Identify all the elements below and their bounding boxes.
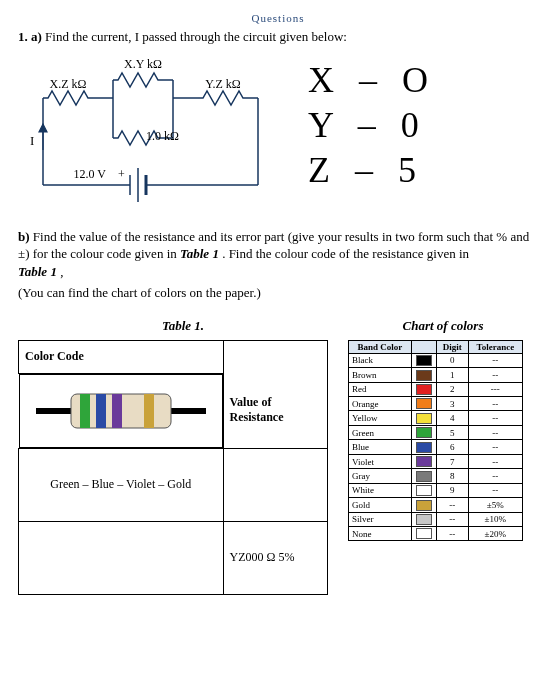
table1-title: Table 1.: [18, 318, 348, 334]
q1b-note: (You can find the chart of colors on the…: [18, 284, 538, 302]
q1b-text2: . Find the colour code of the resistance…: [222, 246, 469, 261]
svg-rect-23: [96, 394, 106, 428]
chart-row: None--±20%: [349, 526, 523, 540]
svg-text:+: +: [118, 167, 125, 181]
hn-5: 5: [398, 150, 424, 190]
i-label: I: [30, 133, 34, 148]
svg-rect-24: [112, 394, 122, 428]
question-1a: 1. a) Find the current, I passed through…: [18, 28, 538, 46]
chart-row: Gray8--: [349, 469, 523, 483]
hn-o1: O: [402, 60, 436, 100]
r-mid-label: 1.0 kΩ: [146, 129, 179, 143]
table1-hdr-value-l1: Value of: [230, 395, 322, 410]
chart-title: Chart of colors: [348, 318, 538, 334]
circuit-diagram: X.Y kΩ X.Z kΩ Y.Z kΩ: [18, 50, 278, 224]
table1-row2-value: YZ000 Ω 5%: [223, 521, 328, 594]
chart-row: Silver--±10%: [349, 512, 523, 526]
chart-h1: Band Color: [349, 340, 412, 353]
hn-o2: 0: [401, 105, 427, 145]
chart-h2: Digit: [436, 340, 468, 353]
chart-row: Red2---: [349, 382, 523, 396]
table1-row1-code: Green – Blue – Violet – Gold: [19, 448, 224, 521]
chart-row: Gold--±5%: [349, 498, 523, 512]
chart-row: Orange3--: [349, 397, 523, 411]
hn-z: Z: [308, 150, 338, 190]
r-left-label: X.Z kΩ: [50, 77, 87, 91]
table1-hdr-value-l2: Resistance: [230, 410, 322, 425]
hn-dash2: –: [358, 105, 384, 145]
q1b-text3: ,: [60, 264, 63, 279]
chart-of-colors: Band Color Digit Tolerance Black0--Brown…: [348, 340, 523, 542]
table1-row2-code: [19, 521, 224, 594]
table-1: Color Code Value of: [18, 340, 328, 595]
hn-y: Y: [308, 105, 341, 145]
chart-h3: Tolerance: [468, 340, 522, 353]
chart-row: Violet7--: [349, 454, 523, 468]
q1b-label: b): [18, 229, 30, 244]
chart-row: Blue6--: [349, 440, 523, 454]
hn-dash1: –: [359, 60, 385, 100]
svg-rect-22: [80, 394, 90, 428]
q1a-label: 1. a): [18, 29, 42, 44]
chart-row: Black0--: [349, 353, 523, 367]
q1b-tblref2: Table 1: [18, 264, 57, 279]
chart-row: Brown1--: [349, 368, 523, 382]
chart-row: Green5--: [349, 425, 523, 439]
v-src-label: 12.0 V: [74, 167, 107, 181]
chart-row: Yellow4--: [349, 411, 523, 425]
table1-hdr-colorcode: Color Code: [19, 340, 224, 373]
svg-rect-25: [144, 394, 154, 428]
svg-marker-17: [39, 124, 47, 132]
question-1b: b) Find the value of the resistance and …: [18, 228, 538, 281]
handwritten-notes: X – O Y – 0 Z – 5: [308, 58, 436, 193]
page-header-small: Questions: [18, 12, 538, 24]
q1a-text: Find the current, I passed through the c…: [45, 29, 347, 44]
table1-row1-value: [223, 448, 328, 521]
r-top-label: X.Y kΩ: [124, 57, 162, 71]
chart-row: White9--: [349, 483, 523, 497]
hn-dash3: –: [355, 150, 381, 190]
hn-x: X: [308, 60, 342, 100]
resistor-image: [36, 386, 206, 436]
q1b-tblref1: Table 1: [180, 246, 219, 261]
r-right-label: Y.Z kΩ: [205, 77, 240, 91]
